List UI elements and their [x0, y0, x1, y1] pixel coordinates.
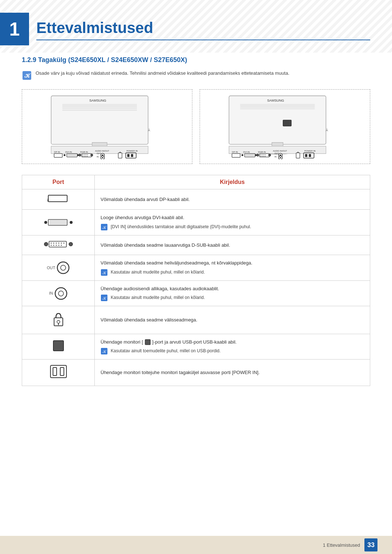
note-inline-text: Kasutatav ainult mudelite puhul, millel … — [111, 269, 205, 275]
note-inline-icon: 𝒦 — [101, 294, 108, 301]
svg-point-106 — [61, 242, 62, 243]
svg-text:SAMSUNG: SAMSUNG — [89, 99, 106, 102]
svg-rect-126 — [145, 340, 150, 345]
svg-point-16 — [64, 154, 65, 156]
desc-cell: Võimaldab ühendada seadme välisseadmega. — [95, 306, 370, 334]
svg-text:DVI IN: DVI IN — [243, 151, 250, 153]
desc-cell: Võimaldab ühendada seadme heliväljundsea… — [95, 255, 370, 281]
svg-text:POWER IN: POWER IN — [304, 149, 315, 152]
svg-text:IN: IN — [97, 156, 99, 158]
svg-rect-125 — [53, 341, 64, 351]
desc-cell: Looge ühendus arvutiga DVI-kaabli abil. … — [95, 210, 370, 235]
port-cell: OUT — [22, 255, 95, 281]
svg-rect-131 — [60, 368, 64, 376]
audio-out-icon — [57, 261, 70, 274]
svg-point-72 — [265, 154, 266, 155]
content-area: 1.2.9 Tagakülg (S24E650XL / S24E650XW / … — [0, 56, 392, 386]
svg-text:DP IN: DP IN — [54, 151, 60, 153]
note-inline: 𝒦 Kasutatav ainult mudelite puhul, mille… — [101, 294, 364, 301]
note-inline-text: [DVI IN] ühendusliides tarnitakse ainult… — [111, 223, 251, 230]
usb-port-icon — [52, 339, 65, 353]
svg-point-115 — [61, 265, 66, 270]
svg-text:Â: Â — [326, 128, 328, 132]
svg-rect-88 — [305, 154, 307, 157]
port-cell — [22, 360, 95, 386]
port-cell — [22, 334, 95, 360]
col-port-header: Port — [22, 175, 95, 189]
table-row: Looge ühendus arvutiga DVI-kaabli abil. … — [22, 210, 370, 235]
svg-point-107 — [63, 242, 64, 243]
port-cell: IN — [22, 280, 95, 306]
svg-text:AUDIO IN/OUT: AUDIO IN/OUT — [273, 150, 287, 152]
desc-cell: Ühendage monitori toitejuhe monitori tag… — [95, 360, 370, 386]
note-inline: 𝒦 Kasutatav ainult toemudelite puhul, mi… — [101, 348, 364, 355]
table-row: IN Ühendage audiosisendi allikaga, kasut… — [22, 280, 370, 306]
diagrams-row: SAMSUNG Â DP IN DVI IN — [22, 89, 370, 164]
table-row: Võimaldab ühendada arvuti DP-kaabli abil… — [22, 189, 370, 210]
svg-point-109 — [53, 245, 54, 246]
svg-point-110 — [56, 245, 57, 246]
audio-in-icon — [54, 287, 68, 300]
port-cell — [22, 235, 95, 255]
col-desc-header: Kirjeldus — [95, 175, 370, 189]
svg-text:Â: Â — [148, 128, 150, 132]
svg-point-33 — [91, 154, 93, 156]
svg-text:OUT: OUT — [97, 152, 101, 155]
svg-point-76 — [265, 156, 266, 157]
note-inline-icon: 𝒦 — [101, 348, 108, 355]
svg-point-108 — [50, 245, 52, 246]
header-section: 1 Ettevalmistused — [0, 2, 392, 53]
desc-cell: Ühendage monitori [ ]-port ja arvuti USB… — [95, 334, 370, 360]
svg-point-32 — [87, 156, 88, 157]
svg-text:IN: IN — [274, 156, 277, 158]
desc-cell: Ühendage audiosisendi allikaga, kasutade… — [95, 280, 370, 306]
svg-text:DVI IN: DVI IN — [65, 151, 72, 153]
svg-point-84 — [280, 157, 281, 159]
note-inline-text: Kasutatav ainult mudelite puhul, millel … — [111, 294, 205, 301]
note-inline-icon: 𝒦 — [101, 223, 108, 231]
svg-point-60 — [241, 154, 243, 156]
svg-point-103 — [53, 242, 54, 243]
monitor-diagram-left: SAMSUNG Â DP IN DVI IN — [40, 94, 174, 159]
svg-text:RGB IN: RGB IN — [258, 151, 266, 153]
table-row: OUT Võimaldab ühendada seadme heliväljun… — [22, 255, 370, 281]
dp-port-icon — [48, 194, 69, 203]
svg-text:AUDIO IN/OUT: AUDIO IN/OUT — [95, 150, 109, 152]
svg-rect-14 — [54, 153, 62, 157]
table-row: Võimaldab ühendada seadme välisseadmega. — [22, 306, 370, 334]
monitor-diagram-right: SAMSUNG Â DP IN DVI IN — [218, 94, 352, 159]
note-inline-icon: 𝒦 — [101, 269, 108, 276]
power-port-icon — [48, 364, 69, 379]
svg-point-119 — [58, 291, 64, 296]
chapter-number: 1 — [0, 13, 29, 45]
svg-point-112 — [61, 245, 62, 246]
port-cell — [22, 210, 95, 235]
svg-point-26 — [84, 154, 85, 155]
note-block: 𝒦 Osade värv ja kuju võivad näidatust er… — [22, 70, 370, 81]
svg-text:OUT: OUT — [274, 152, 279, 155]
svg-rect-41 — [118, 153, 122, 158]
dvi-port-icon — [44, 218, 73, 226]
section-heading: 1.2.9 Tagakülg (S24E650XL / S24E650XW / … — [22, 56, 370, 64]
svg-rect-24 — [82, 153, 91, 157]
svg-rect-130 — [53, 368, 57, 376]
svg-point-100 — [44, 242, 48, 246]
svg-point-123 — [57, 320, 60, 323]
svg-point-75 — [263, 156, 264, 157]
svg-point-104 — [56, 242, 57, 243]
header-wrapper: 1 Ettevalmistused — [0, 0, 392, 53]
ports-table: Port Kirjeldus Võimaldab ühendada arvuti… — [22, 175, 370, 386]
note-inline: 𝒦 Kasutatav ainult mudelite puhul, mille… — [101, 269, 364, 276]
svg-point-92 — [44, 221, 47, 224]
svg-point-27 — [85, 154, 86, 155]
note-inline-text: Kasutatav ainult toemudelite puhul, mill… — [111, 348, 221, 354]
svg-point-25 — [82, 154, 83, 155]
svg-rect-61 — [245, 153, 255, 157]
svg-point-29 — [82, 156, 83, 157]
svg-rect-45 — [131, 154, 133, 157]
svg-point-69 — [260, 154, 261, 155]
svg-rect-17 — [67, 153, 77, 157]
desc-cell: Võimaldab ühendada seadme lauaarvutiga D… — [95, 235, 370, 255]
svg-rect-54 — [283, 120, 291, 126]
svg-point-28 — [87, 154, 88, 155]
